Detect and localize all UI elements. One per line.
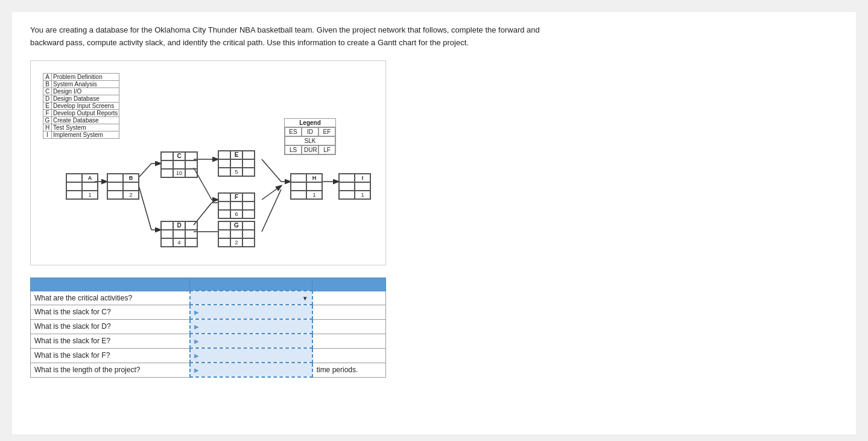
node-H-mid-left	[291, 182, 306, 191]
question-input-4[interactable]: ▶	[190, 348, 312, 363]
activity-id-D: D	[43, 95, 52, 102]
dropdown-arrow-0[interactable]: ▼	[302, 294, 308, 301]
node-D-lf	[185, 238, 197, 247]
svg-line-11	[262, 159, 281, 182]
node-E-es	[218, 151, 230, 159]
node-B-mid-right	[123, 182, 139, 191]
activity-id-E: E	[43, 102, 52, 109]
node-C-dur: 10	[173, 169, 185, 177]
activity-label-F: Develop Output Reports	[52, 109, 119, 116]
node-D-slk3	[185, 230, 197, 238]
node-A-dur: 1	[82, 191, 98, 199]
activity-id-H: H	[43, 124, 52, 131]
activity-label-G: Create Database	[52, 116, 119, 124]
question-input-3[interactable]: ▶	[190, 334, 312, 348]
triangle-marker-1: ▶	[194, 309, 199, 316]
question-input-1[interactable]: ▶	[190, 305, 312, 319]
legend-title: Legend	[285, 119, 335, 127]
col-header-1	[31, 278, 190, 291]
node-H-top-left	[291, 174, 306, 182]
node-E-dur: 5	[230, 168, 242, 176]
node-I-dur: 1	[355, 191, 370, 199]
activity-table: AProblem DefinitionBSystem AnalysisCDesi…	[43, 73, 119, 139]
node-B-dur: 2	[123, 191, 139, 199]
node-I-mid-left	[339, 182, 355, 191]
node-I-bot-left	[339, 191, 355, 199]
activity-id-B: B	[43, 80, 52, 87]
activity-label-B: System Analysis	[52, 80, 119, 87]
question-suffix-2	[312, 319, 386, 334]
svg-line-3	[139, 186, 151, 230]
question-input-2[interactable]: ▶	[190, 319, 312, 334]
question-suffix-5: time periods.	[312, 363, 386, 377]
legend-id: ID	[302, 127, 318, 136]
legend-es: ES	[285, 127, 302, 136]
node-F-ls	[218, 210, 230, 218]
svg-line-1	[139, 163, 151, 177]
node-C-slk2	[173, 160, 185, 169]
activity-id-A: A	[43, 73, 52, 80]
question-input-5[interactable]: ▶	[190, 363, 312, 377]
col-header-3	[312, 278, 386, 291]
svg-line-12	[262, 186, 281, 200]
question-label-2: What is the slack for D?	[31, 319, 190, 334]
node-E-ls	[218, 168, 230, 176]
activity-id-C: C	[43, 87, 52, 95]
node-G-dur: 2	[230, 238, 242, 247]
activity-list: AProblem DefinitionBSystem AnalysisCDesi…	[43, 73, 119, 139]
legend-slk: SLK	[285, 136, 335, 145]
question-label-1: What is the slack for C?	[31, 305, 190, 319]
activity-label-I: Implement System	[52, 131, 119, 138]
node-E: E 5	[218, 150, 255, 177]
node-G-ls	[218, 238, 230, 247]
node-D-slk	[161, 230, 173, 238]
activity-label-D: Design Database	[52, 95, 119, 102]
triangle-marker-2: ▶	[194, 323, 199, 330]
triangle-marker-4: ▶	[194, 352, 199, 359]
node-B-mid-left	[107, 182, 123, 191]
node-G-slk3	[242, 230, 255, 238]
node-I-top-left	[339, 174, 355, 182]
question-suffix-1	[312, 305, 386, 319]
node-A-bot-left	[66, 191, 82, 199]
node-G-lf	[242, 238, 255, 247]
question-suffix-0	[312, 291, 386, 305]
node-E-lf	[242, 168, 255, 176]
triangle-marker-5: ▶	[194, 367, 199, 373]
activity-label-C: Design I/O	[52, 87, 119, 95]
node-H-bot-left	[291, 191, 306, 199]
node-D-es	[161, 221, 173, 230]
node-C-slk	[161, 160, 173, 169]
node-E-ef	[242, 151, 255, 159]
node-F: F 6	[218, 192, 255, 219]
question-suffix-3	[312, 334, 386, 348]
node-A-mid-left	[66, 182, 82, 191]
question-label-3: What is the slack for E?	[31, 334, 190, 348]
node-E-slk	[218, 159, 230, 168]
node-F-dur: 6	[230, 210, 242, 218]
diagram-container: AProblem DefinitionBSystem AnalysisCDesi…	[30, 60, 386, 265]
node-D-dur: 4	[173, 238, 185, 247]
node-F-lf	[242, 210, 255, 218]
svg-line-13	[262, 189, 281, 232]
node-C-es	[161, 152, 173, 160]
node-C-lf	[185, 169, 197, 177]
node-A: A 1	[66, 173, 98, 200]
node-D-ls	[161, 238, 173, 247]
node-B-top-left	[107, 174, 123, 182]
node-A-mid-right	[82, 182, 98, 191]
question-label-0: What are the critical activities?	[31, 291, 190, 305]
activity-label-H: Test System	[52, 124, 119, 131]
node-A-top-left	[66, 174, 82, 182]
node-F-es	[218, 193, 230, 201]
node-B-bot-left	[107, 191, 123, 199]
node-D-slk2	[173, 230, 185, 238]
questions-table: What are the critical activities?▼What i…	[30, 278, 386, 378]
node-F-ef	[242, 193, 255, 201]
legend-grid: ES ID EF SLK LS DUR LF	[285, 127, 335, 154]
node-F-slk	[218, 201, 230, 210]
question-label-5: What is the length of the project?	[31, 363, 190, 377]
intro-text: You are creating a database for the Okla…	[30, 24, 573, 49]
legend: Legend ES ID EF SLK LS DUR LF	[284, 118, 336, 155]
question-input-0[interactable]: ▼	[190, 291, 312, 305]
